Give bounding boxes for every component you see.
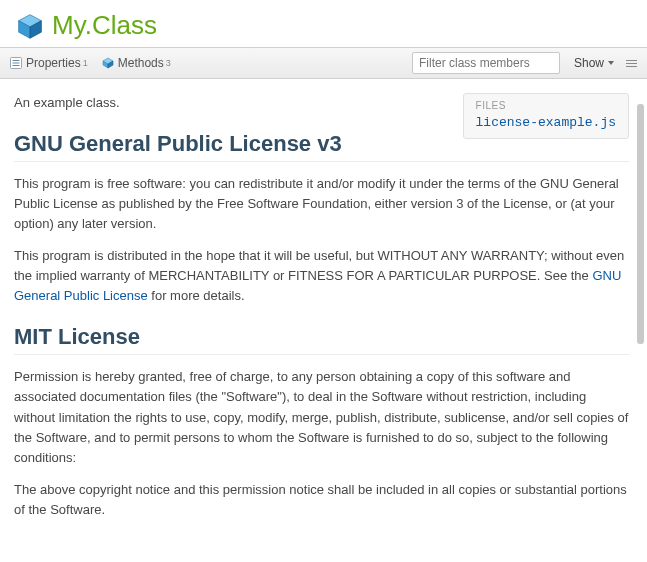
gnu-p2-text-b: for more details. (148, 288, 245, 303)
show-label: Show (574, 56, 604, 70)
mit-p1: Permission is hereby granted, free of ch… (14, 367, 629, 468)
member-toolbar: Properties 1 Methods 3 Show (0, 47, 647, 79)
methods-label: Methods (118, 56, 164, 70)
gnu-p2-text-a: This program is distributed in the hope … (14, 248, 624, 283)
class-title: My.Class (52, 10, 157, 41)
scrollbar-thumb[interactable] (637, 104, 644, 344)
mit-heading: MIT License (14, 324, 629, 355)
mit-p2: The above copyright notice and this perm… (14, 480, 629, 520)
content-area: FILES license-example.js An example clas… (0, 79, 647, 551)
file-link[interactable]: license-example.js (476, 115, 616, 130)
properties-count: 1 (83, 58, 88, 68)
gnu-p1: This program is free software: you can r… (14, 174, 629, 234)
files-title: FILES (476, 100, 616, 111)
class-header: My.Class (0, 0, 647, 47)
properties-label: Properties (26, 56, 81, 70)
properties-icon (10, 57, 22, 69)
cube-icon (16, 12, 44, 40)
expand-all-icon[interactable] (626, 60, 637, 67)
gnu-p2: This program is distributed in the hope … (14, 246, 629, 306)
chevron-down-icon (608, 61, 614, 65)
properties-tab[interactable]: Properties 1 (10, 56, 88, 70)
methods-count: 3 (166, 58, 171, 68)
methods-icon (102, 57, 114, 69)
methods-tab[interactable]: Methods 3 (102, 56, 171, 70)
show-dropdown[interactable]: Show (574, 56, 614, 70)
files-box: FILES license-example.js (463, 93, 629, 139)
filter-input[interactable] (412, 52, 560, 74)
